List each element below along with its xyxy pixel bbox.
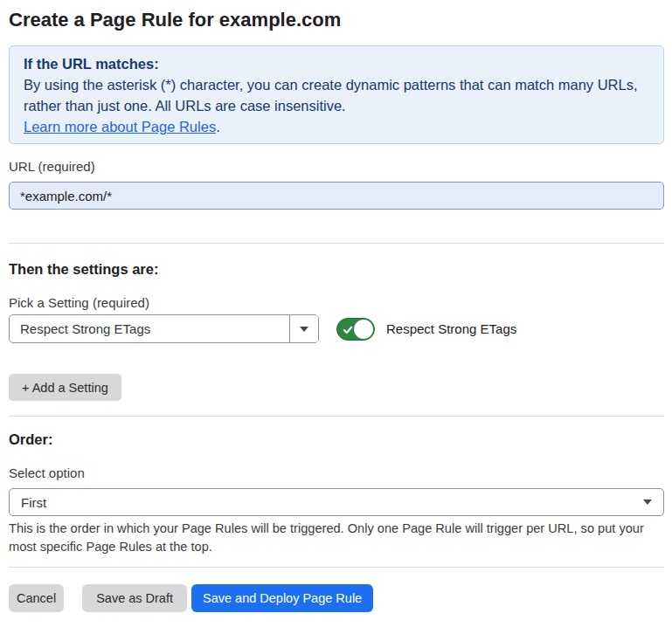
setting-dropdown-value: Respect Strong ETags	[10, 315, 289, 342]
info-box-heading: If the URL matches:	[24, 53, 649, 74]
order-select-label: Select option	[9, 466, 664, 480]
save-as-draft-button[interactable]: Save as Draft	[82, 584, 187, 612]
save-and-deploy-button[interactable]: Save and Deploy Page Rule	[191, 584, 373, 612]
url-match-info-box: If the URL matches: By using the asteris…	[9, 45, 664, 144]
setting-row: Respect Strong ETags Respect Strong ETag…	[9, 314, 664, 343]
page-title: Create a Page Rule for example.com	[9, 9, 664, 31]
url-field-label: URL (required)	[9, 160, 664, 174]
toggle-knob	[354, 320, 373, 339]
divider	[9, 567, 664, 568]
toggle-label: Respect Strong ETags	[386, 321, 516, 336]
order-select-value: First	[21, 495, 643, 510]
order-help-text: This is the order in which your Page Rul…	[9, 520, 664, 556]
divider	[9, 243, 664, 244]
setting-dropdown[interactable]: Respect Strong ETags	[9, 314, 319, 343]
toggle-group: Respect Strong ETags	[336, 318, 516, 341]
info-box-body: By using the asterisk (*) character, you…	[24, 74, 649, 116]
order-heading: Order:	[9, 431, 664, 448]
url-input[interactable]	[9, 182, 664, 210]
chevron-down-icon	[643, 500, 652, 505]
settings-heading: Then the settings are:	[9, 260, 664, 278]
check-icon	[343, 326, 352, 334]
cancel-button[interactable]: Cancel	[9, 584, 64, 612]
respect-strong-etags-toggle[interactable]	[336, 318, 375, 341]
setting-dropdown-button[interactable]	[289, 315, 318, 342]
link-suffix: .	[216, 119, 220, 134]
page-rule-form: Create a Page Rule for example.com If th…	[0, 0, 672, 612]
pick-setting-label: Pick a Setting (required)	[9, 296, 664, 310]
action-buttons: Cancel Save as Draft Save and Deploy Pag…	[9, 584, 664, 612]
add-setting-button[interactable]: + Add a Setting	[9, 374, 121, 401]
order-select[interactable]: First	[9, 488, 664, 516]
learn-more-link[interactable]: Learn more about Page Rules	[24, 119, 216, 134]
info-box-link-line: Learn more about Page Rules.	[24, 116, 649, 137]
chevron-down-icon	[300, 327, 308, 332]
divider	[9, 416, 664, 417]
